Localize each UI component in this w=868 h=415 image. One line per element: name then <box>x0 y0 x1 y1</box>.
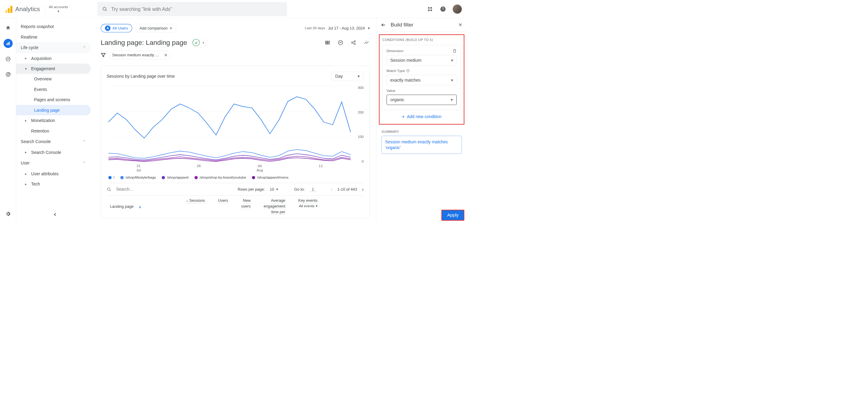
plus-icon: + <box>169 26 172 31</box>
date-range-picker[interactable]: Last 28 days Jul 17 - Aug 13, 2024 ▾ <box>305 26 370 30</box>
delete-condition-icon[interactable] <box>453 49 457 53</box>
svg-rect-10 <box>9 41 10 45</box>
rail-advertising-icon[interactable] <box>4 70 13 79</box>
sidebar-group-lifecycle[interactable]: Life cycle ⌃ <box>16 42 91 53</box>
prev-page-icon[interactable]: ‹ <box>331 186 333 193</box>
help-circle-icon[interactable]: ? <box>406 69 410 73</box>
chevron-up-icon: ⌃ <box>83 46 86 50</box>
close-icon[interactable]: ✕ <box>458 22 462 28</box>
search-bar[interactable] <box>97 2 287 16</box>
next-page-icon[interactable]: › <box>362 186 364 193</box>
rows-per-page-select[interactable]: 10▾ <box>270 187 278 192</box>
insights-icon[interactable] <box>363 39 370 46</box>
svg-line-22 <box>353 43 354 44</box>
svg-rect-16 <box>329 41 330 44</box>
summary-header: SUMMARY <box>381 130 462 133</box>
sidebar-item-tech[interactable]: ▸Tech <box>16 179 91 189</box>
add-comparison-button[interactable]: Add comparison + <box>135 24 176 33</box>
sidebar-item-monetization[interactable]: ▸Monetization <box>16 115 91 126</box>
sidebar-reports-snapshot[interactable]: Reports snapshot <box>16 22 91 32</box>
goto-input[interactable]: 1 <box>310 187 316 192</box>
legend-item[interactable]: /shop/lifestyle/bags <box>120 176 156 180</box>
data-quality-badge[interactable]: ▾ <box>191 38 208 47</box>
sidebar-collapse-button[interactable] <box>51 210 59 218</box>
chevron-down-icon: ▾ <box>451 58 453 63</box>
sidebar-group-user[interactable]: User ⌃ <box>16 158 91 169</box>
sidebar-item-retention[interactable]: Retention <box>16 126 91 136</box>
add-dimension-icon[interactable]: + <box>138 204 144 209</box>
chevron-down-icon: ▾ <box>368 26 370 30</box>
back-icon[interactable] <box>381 22 386 27</box>
analytics-logo-icon <box>5 5 13 13</box>
sidebar-leaf-events[interactable]: Events <box>16 84 91 95</box>
svg-rect-8 <box>6 43 7 45</box>
segment-avatar-icon: A <box>105 25 110 31</box>
apply-button[interactable]: Apply <box>441 210 464 221</box>
table-controls: Rows per page: 10▾ Go to: 1 ‹ 1-10 of 44… <box>107 183 364 196</box>
sidebar-group-label: Life cycle <box>21 45 38 50</box>
legend-item[interactable]: /shop/shop-by-brand/youtube <box>194 176 246 180</box>
date-range-label: Last 28 days <box>305 26 325 30</box>
rail-reports-icon[interactable] <box>4 39 13 48</box>
chart-card: Sessions by Landing page over time Day ▾… <box>101 66 370 218</box>
apps-grid-icon[interactable] <box>427 6 433 12</box>
column-avg-engagement[interactable]: Averageengagementtime per <box>256 199 290 215</box>
svg-rect-4 <box>428 9 430 11</box>
rail-admin-icon[interactable] <box>4 209 13 218</box>
sidebar-leaf-pages[interactable]: Pages and screens <box>16 95 91 105</box>
search-input[interactable] <box>111 6 282 12</box>
dimension-select[interactable]: Session medium ▾ <box>386 55 457 65</box>
caret-right-icon: ▸ <box>25 150 28 154</box>
chevron-down-icon: ▾ <box>358 74 360 79</box>
sidebar-item-engagement[interactable]: ▾Engagement <box>16 64 91 74</box>
panel-title: Build filter <box>391 22 454 28</box>
add-condition-button[interactable]: + Add new condition <box>382 114 461 119</box>
sidebar-leaf-landing-page[interactable]: Landing page <box>16 105 91 115</box>
logo-area: Analytics All accounts ▼ <box>5 5 68 13</box>
caret-right-icon: ▸ <box>25 182 28 186</box>
account-selector[interactable]: All accounts ▼ <box>45 5 68 13</box>
segment-chip-all-users[interactable]: A All Users <box>101 24 132 33</box>
column-key-events[interactable]: Key events All events▾ <box>290 199 322 215</box>
active-filter-chip[interactable]: Session medium exactly m… ✕ <box>109 51 170 59</box>
column-users[interactable]: Users <box>210 199 233 215</box>
column-new-users[interactable]: Newusers <box>233 199 256 215</box>
close-icon[interactable]: ✕ <box>164 53 167 58</box>
sidebar-group-search-console[interactable]: Search Console ⌃ <box>16 136 91 147</box>
svg-point-20 <box>354 43 355 44</box>
sidebar-item-acquisition[interactable]: ▸Acquisition <box>16 53 91 63</box>
legend-dot-icon <box>108 176 112 179</box>
value-select[interactable]: organic ▾ <box>386 95 457 105</box>
granularity-select[interactable]: Day ▾ <box>331 72 364 81</box>
nav-rail <box>0 18 16 223</box>
rail-home-icon[interactable] <box>4 23 13 32</box>
sidebar-leaf-overview[interactable]: Overview <box>16 74 91 84</box>
legend-item[interactable]: /shop/apparel/mens <box>252 176 288 180</box>
column-sessions[interactable]: ↓ Sessions <box>178 199 210 215</box>
column-landing-page[interactable]: Landing page + <box>107 199 178 215</box>
match-type-select[interactable]: exactly matches ▾ <box>386 75 457 85</box>
legend-item[interactable]: /shop/apparel <box>162 176 189 180</box>
edit-comparisons-icon[interactable] <box>337 39 344 46</box>
chevron-up-icon: ⌃ <box>83 140 86 144</box>
table-search-input[interactable] <box>116 187 172 192</box>
user-avatar[interactable] <box>453 4 462 13</box>
customize-columns-icon[interactable] <box>324 39 331 46</box>
sidebar-item-search-console[interactable]: ▸Search Console <box>16 147 91 158</box>
title-row: Landing page: Landing page ▾ <box>101 38 370 47</box>
legend-item[interactable]: / <box>108 176 115 180</box>
svg-point-18 <box>351 42 353 43</box>
svg-text:?: ? <box>442 7 444 11</box>
report-actions <box>324 39 370 46</box>
help-icon[interactable]: ? <box>440 6 446 12</box>
sidebar-item-user-attributes[interactable]: ▸User attributes <box>16 169 91 179</box>
svg-point-13 <box>7 73 9 75</box>
filter-icon[interactable] <box>101 53 106 58</box>
svg-rect-2 <box>428 7 430 8</box>
caret-right-icon: ▸ <box>25 172 28 176</box>
share-icon[interactable] <box>350 39 357 46</box>
rail-explore-icon[interactable] <box>4 55 13 64</box>
sidebar-realtime[interactable]: Realtime <box>16 32 91 42</box>
y-axis: 300 200 100 0 <box>352 86 364 164</box>
search-icon <box>102 6 107 11</box>
